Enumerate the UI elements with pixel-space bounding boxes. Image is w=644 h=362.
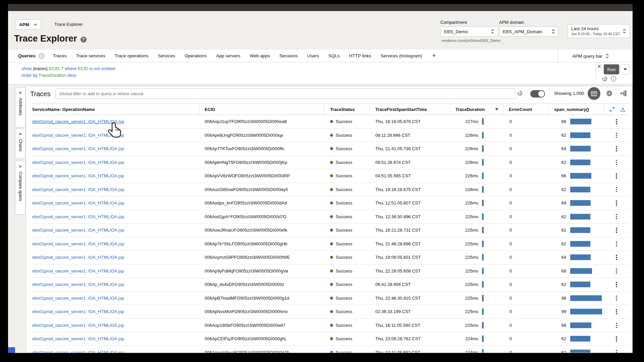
trace-link[interactable]: ebs01prod_oacore_server1: /OA_HTML/OA.js…: [32, 160, 124, 165]
tab-trace-services[interactable]: Trace services: [76, 53, 105, 58]
trace-link[interactable]: ebs01prod_oacore_server1: /OA_HTML/OA.js…: [32, 228, 124, 233]
trace-link[interactable]: ebs01prod_oacore_server1: /OA_HTML/OA.js…: [32, 323, 124, 328]
trace-link[interactable]: ebs01prod_oacore_server1: /OA_HTML/OA.js…: [32, 255, 124, 260]
tab-web-apps[interactable]: Web apps: [250, 53, 270, 58]
tab-trace-operations[interactable]: Trace operations: [115, 53, 149, 58]
trace-link[interactable]: ebs01prod_oacore_server1: /OA_HTML/OA.js…: [32, 268, 124, 274]
tab-app-servers[interactable]: App servers: [216, 53, 240, 58]
cell-trace-duration: 224ms: [450, 336, 503, 342]
row-menu-kebab-icon[interactable]: [604, 257, 629, 258]
row-menu-kebab-icon[interactable]: [604, 311, 629, 312]
cell-trace-duration: 225ms: [450, 227, 503, 233]
row-menu-kebab-icon[interactable]: [604, 352, 629, 353]
trace-link[interactable]: ebs01prod_oacore_server1: /OA_HTML/OA.js…: [32, 336, 124, 341]
duration-bar: [482, 159, 484, 166]
row-menu-kebab-icon[interactable]: [604, 216, 629, 218]
history-icon[interactable]: [517, 90, 523, 98]
trace-link[interactable]: ebs01prod_oacore_server1: /OA_HTML/OA.js…: [32, 309, 124, 314]
sort-descending-icon[interactable]: [495, 108, 498, 110]
col-header-service[interactable]: ServiceName: OperationName: [32, 104, 199, 115]
row-menu-kebab-icon[interactable]: [604, 270, 629, 272]
col-header-tracestatus[interactable]: TraceStatus: [325, 104, 370, 115]
tab-services[interactable]: Services: [158, 53, 175, 58]
tab-sqls[interactable]: SQLs: [328, 53, 340, 58]
download-icon[interactable]: [620, 107, 626, 112]
cell-start-time: Thu, 21:46:28.696 CST: [370, 241, 450, 246]
span-count: 64: [553, 255, 566, 260]
row-menu-kebab-icon[interactable]: [604, 298, 629, 299]
sidebar-tab-compare-spans[interactable]: > Compare spans: [15, 161, 25, 215]
info-icon[interactable]: i: [611, 76, 616, 81]
tab-http-links[interactable]: HTTP links: [349, 53, 371, 58]
trace-link[interactable]: ebs01prod_oacore_server1: /OA_HTML/OA.js…: [32, 241, 124, 246]
global-filter-input[interactable]: [55, 88, 516, 99]
history-icon[interactable]: [602, 76, 608, 82]
cell-start-time: Thu, 22:26:05.608 CST: [370, 268, 450, 274]
close-query-icon[interactable]: ×: [597, 63, 601, 70]
tab-services-histogram[interactable]: Services (histogram): [381, 53, 422, 58]
apm-query-bar-select[interactable]: APM query bar: [572, 50, 609, 62]
auto-refresh-toggle[interactable]: [530, 90, 545, 98]
row-menu-kebab-icon[interactable]: [604, 230, 629, 231]
expand-icon[interactable]: [609, 107, 615, 112]
span-bar: [570, 350, 590, 353]
cell-error-count: 0: [503, 350, 549, 353]
row-menu-kebab-icon[interactable]: [604, 202, 629, 204]
row-menu-kebab-icon[interactable]: [604, 175, 629, 177]
cell-ecid: 006ApCEfFqJFO905zzI3iW0005DI000ghL: [199, 336, 325, 341]
cell-ecid: 006ApkHNgT5FO905zzI3iW0005DI000jKp: [199, 160, 325, 165]
row-menu-kebab-icon[interactable]: [604, 162, 629, 163]
trace-link[interactable]: ebs01prod_oacore_server1: /OA_HTML/OA.js…: [32, 282, 124, 287]
info-icon[interactable]: i: [39, 53, 44, 59]
run-options-button[interactable]: [621, 64, 630, 74]
col-header-ecid[interactable]: ECID: [199, 104, 325, 115]
trace-link[interactable]: ebs01prod_oacore_server1: /OA_HTML/OA.js…: [32, 214, 124, 219]
trace-link[interactable]: ebs01prod_oacore_server1: /OA_HTML/OA.js…: [32, 173, 124, 178]
row-menu-kebab-icon[interactable]: [604, 243, 629, 245]
row-menu-kebab-icon[interactable]: [604, 325, 629, 326]
topology-view-icon[interactable]: [621, 90, 627, 98]
row-menu-kebab-icon[interactable]: [604, 338, 629, 340]
nav-scope-select[interactable]: APM: [15, 19, 41, 29]
globe-icon[interactable]: [606, 90, 612, 98]
row-menu-kebab-icon[interactable]: [604, 284, 629, 285]
duration-value: 225ms: [460, 309, 478, 314]
trace-link[interactable]: ebs01prod_oacore_server1: /OA_HTML/OA.js…: [32, 146, 124, 151]
trace-link[interactable]: ebs01prod_oacore_server1: /OA_HTML/OA.js…: [32, 187, 124, 192]
col-header-traceduration[interactable]: TraceDuration: [450, 104, 503, 115]
add-query-tab-button[interactable]: +: [432, 52, 436, 59]
sidebar-tab-charts[interactable]: > Charts: [15, 128, 25, 159]
span-bar: [570, 227, 590, 233]
trace-link[interactable]: ebs01prod_oacore_server1: /OA_HTML/OA.js…: [32, 296, 124, 301]
cell-ecid: 006ApB7HodMFO905zzI3iW0005DI000g1d: [199, 296, 325, 301]
trace-link[interactable]: ebs01prod_oacore_server1: /OA_HTML/OA.js…: [32, 350, 124, 353]
table-row: ebs01prod_oacore_server1: /OA_HTML/OA.js…: [32, 142, 629, 156]
row-menu-kebab-icon[interactable]: [604, 121, 629, 122]
table-row: ebs01prod_oacore_server1: /OA_HTML/OA.js…: [32, 319, 629, 333]
tab-sessions[interactable]: Sessions: [279, 53, 298, 58]
tab-users[interactable]: Users: [307, 53, 319, 58]
query-editor[interactable]: show (traces) ECID, * where ECID is not …: [21, 65, 115, 79]
table-view-button[interactable]: [588, 87, 600, 100]
trace-link[interactable]: ebs01prod_oacore_server1: /OA_HTML/OA.js…: [32, 133, 124, 138]
col-header-errorcount[interactable]: ErrorCount: [503, 104, 549, 115]
tab-traces[interactable]: Traces: [53, 53, 67, 58]
compartment-select[interactable]: EBS_Demo: [440, 26, 498, 37]
trace-link[interactable]: ebs01prod_oacore_server1: /OA_HTML/OA.js…: [32, 119, 124, 124]
kebab-dots: [616, 325, 617, 326]
tab-operations[interactable]: Operations: [184, 53, 207, 58]
apm-domain-select[interactable]: EBS_APM_Domain: [499, 26, 559, 37]
time-range-select[interactable]: Last 24 hours Jan 9 10:45 - Today 10:45 …: [568, 24, 630, 38]
span-bar: [570, 200, 591, 206]
sidebar-tab-attributes[interactable]: > Attributes: [15, 87, 25, 127]
help-icon[interactable]: ?: [80, 37, 87, 43]
row-menu-kebab-icon[interactable]: [604, 189, 629, 190]
col-header-starttime[interactable]: TraceFirstSpanStartTime: [370, 104, 450, 115]
row-menu-kebab-icon[interactable]: [604, 135, 629, 136]
cell-start-time: Thu, 19:06:05.601 CST: [370, 255, 450, 260]
row-menu-kebab-icon[interactable]: [604, 148, 629, 149]
col-header-span-summary[interactable]: span_summary(): [549, 104, 604, 115]
trace-link[interactable]: ebs01prod_oacore_server1: /OA_HTML/OA.js…: [32, 200, 124, 205]
cell-error-count: 0: [503, 323, 549, 328]
run-button[interactable]: Run: [604, 64, 619, 74]
